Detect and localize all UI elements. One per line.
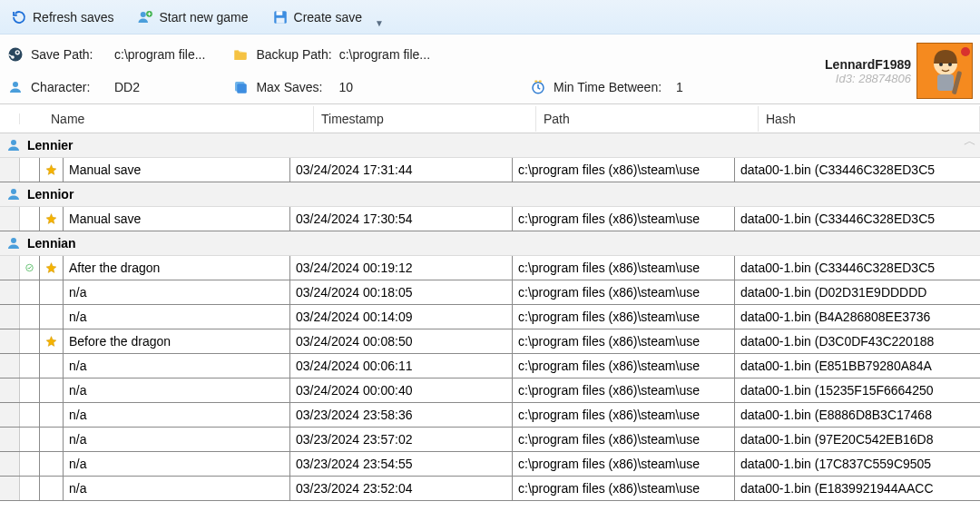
path-cell: c:\program files (x86)\steam\use: [513, 256, 735, 280]
start-new-game-button[interactable]: Start new game: [133, 7, 251, 27]
table-row[interactable]: n/a03/24/2024 00:06:11c:\program files (…: [0, 354, 980, 378]
star-cell[interactable]: [40, 378, 64, 402]
name-cell: After the dragon: [64, 256, 290, 280]
person-icon: [5, 186, 22, 202]
table-row[interactable]: After the dragon03/24/2024 00:19:12c:\pr…: [0, 256, 980, 280]
col-indicator[interactable]: [0, 113, 20, 124]
col-star[interactable]: [20, 113, 44, 124]
create-save-dropdown[interactable]: ▼: [375, 18, 384, 28]
name-cell: Before the dragon: [64, 329, 290, 353]
group-header[interactable]: Lennier: [0, 133, 980, 158]
path-cell: c:\program files (x86)\steam\use: [513, 477, 735, 500]
path-cell: c:\program files (x86)\steam\use: [513, 378, 735, 402]
svg-rect-3: [276, 11, 282, 15]
table-row[interactable]: n/a03/24/2024 00:14:09c:\program files (…: [0, 305, 980, 329]
create-save-button[interactable]: Create save: [269, 7, 366, 27]
row-gutter: [0, 256, 20, 280]
timestamp-cell: 03/24/2024 00:19:12: [290, 256, 513, 280]
star-cell[interactable]: [40, 207, 64, 231]
active-indicator: [20, 403, 40, 427]
max-saves-value[interactable]: 10: [339, 80, 354, 94]
timestamp-cell: 03/23/2024 23:52:04: [290, 477, 513, 500]
hash-cell: data00-1.bin (E8886D8B3C17468: [735, 403, 980, 427]
hash-cell: data00-1.bin (E851BB79280A84A: [735, 354, 980, 378]
timestamp-cell: 03/24/2024 00:14:09: [290, 305, 513, 329]
table-row[interactable]: n/a03/23/2024 23:54:55c:\program files (…: [0, 452, 980, 477]
col-path[interactable]: Path: [536, 106, 759, 132]
refresh-icon: [11, 9, 27, 25]
star-cell[interactable]: [40, 403, 64, 427]
path-cell: c:\program files (x86)\steam\use: [513, 158, 735, 182]
group-name: Lennier: [27, 138, 74, 152]
person-icon: [5, 137, 22, 153]
star-cell[interactable]: [40, 256, 64, 280]
min-time-value[interactable]: 1: [676, 80, 683, 94]
hash-cell: data00-1.bin (17C837C559C9505: [735, 452, 980, 476]
group-header[interactable]: Lennian: [0, 231, 980, 256]
hash-cell: data00-1.bin (E1839921944AACC: [735, 477, 980, 500]
star-cell[interactable]: [40, 158, 64, 182]
svg-rect-14: [539, 81, 542, 83]
name-cell: n/a: [64, 428, 290, 451]
avatar[interactable]: [916, 43, 973, 99]
svg-point-24: [11, 238, 16, 243]
timestamp-cell: 03/24/2024 00:00:40: [290, 378, 513, 402]
col-timestamp[interactable]: Timestamp: [314, 106, 536, 132]
active-indicator: [20, 158, 40, 182]
star-cell[interactable]: [40, 452, 64, 476]
timestamp-cell: 03/23/2024 23:54:55: [290, 452, 513, 476]
table-row[interactable]: n/a03/23/2024 23:57:02c:\program files (…: [0, 428, 980, 452]
toolbar: Refresh saves Start new game Create save…: [0, 0, 980, 34]
user-box: LennardF1989 Id3: 28874806: [825, 57, 911, 85]
stack-icon: [232, 79, 249, 95]
svg-rect-19: [937, 74, 954, 91]
svg-point-0: [141, 12, 146, 17]
person-icon: [5, 235, 22, 251]
svg-point-7: [16, 52, 18, 54]
path-cell: c:\program files (x86)\steam\use: [513, 403, 735, 427]
svg-point-23: [11, 189, 16, 194]
character-value[interactable]: DD2: [114, 80, 140, 94]
timestamp-cell: 03/24/2024 17:30:54: [290, 207, 513, 231]
min-time-label: Min Time Between:: [554, 80, 662, 94]
active-indicator: [20, 280, 40, 304]
active-indicator: [20, 428, 40, 451]
path-cell: c:\program files (x86)\steam\use: [513, 207, 735, 231]
person-plus-icon: [137, 9, 153, 25]
hash-cell: data00-1.bin (97E20C542EB16D8: [735, 428, 980, 451]
table-row[interactable]: Before the dragon03/24/2024 00:08:50c:\p…: [0, 329, 980, 354]
table-row[interactable]: n/a03/24/2024 00:00:40c:\program files (…: [0, 378, 980, 403]
timestamp-cell: 03/23/2024 23:57:02: [290, 428, 513, 451]
active-indicator: [20, 378, 40, 402]
backup-path-value[interactable]: c:\program file...: [339, 47, 430, 62]
col-name[interactable]: Name: [44, 106, 314, 132]
table-row[interactable]: n/a03/23/2024 23:52:04c:\program files (…: [0, 477, 980, 501]
svg-point-9: [13, 82, 18, 87]
star-cell[interactable]: [40, 477, 64, 500]
name-cell: n/a: [64, 305, 290, 329]
svg-point-17: [939, 63, 943, 66]
active-indicator: [20, 477, 40, 500]
hash-cell: data00-1.bin (D02D31E9DDDDD: [735, 280, 980, 304]
star-cell[interactable]: [40, 354, 64, 378]
star-cell[interactable]: [40, 305, 64, 329]
hash-cell: data00-1.bin (C33446C328ED3C5: [735, 256, 980, 280]
save-path-label: Save Path:: [31, 47, 107, 62]
table-row[interactable]: n/a03/23/2024 23:58:36c:\program files (…: [0, 403, 980, 428]
name-cell: n/a: [64, 403, 290, 427]
star-cell[interactable]: [40, 428, 64, 451]
star-cell[interactable]: [40, 329, 64, 353]
col-hash[interactable]: Hash: [759, 106, 980, 132]
table-row[interactable]: n/a03/24/2024 00:18:05c:\program files (…: [0, 280, 980, 305]
table-row[interactable]: Manual save03/24/2024 17:31:44c:\program…: [0, 158, 980, 182]
group-header[interactable]: Lennior: [0, 182, 980, 207]
table-row[interactable]: Manual save03/24/2024 17:30:54c:\program…: [0, 207, 980, 231]
floppy-icon: [272, 9, 289, 25]
path-cell: c:\program files (x86)\steam\use: [513, 452, 735, 476]
saves-table: Name Timestamp Path Hash LennierManual s…: [0, 103, 980, 521]
refresh-saves-button[interactable]: Refresh saves: [7, 7, 117, 27]
timestamp-cell: 03/24/2024 00:06:11: [290, 354, 513, 378]
save-path-value[interactable]: c:\program file...: [114, 47, 205, 62]
row-gutter: [0, 354, 20, 378]
star-cell[interactable]: [40, 280, 64, 304]
